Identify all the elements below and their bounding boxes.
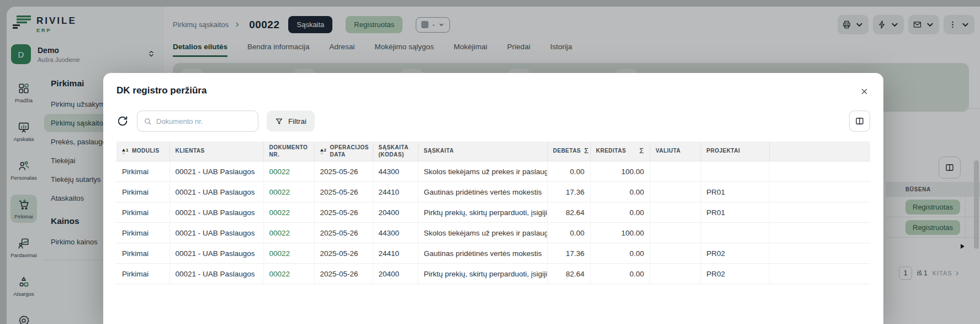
close-modal-button[interactable] xyxy=(856,83,872,100)
cell-saskaita: Skolos tiekėjams už prekes ir paslaugas xyxy=(418,223,547,243)
cell-dokumento-nr: 00022 xyxy=(263,243,314,264)
dk-register-modal: DK registro peržiūra Filtrai xyxy=(103,73,883,324)
cell-saskaita-kodas: 24410 xyxy=(373,182,418,202)
column-header-sąskaita[interactable]: SĄSKAITA xyxy=(418,142,547,161)
search-input[interactable] xyxy=(156,117,252,126)
cell-operacijos-data: 2025-05-26 xyxy=(314,161,373,182)
sum-icon[interactable]: Σ xyxy=(584,147,589,155)
cell-empty xyxy=(769,161,870,182)
column-label: KLIENTAS xyxy=(176,148,205,155)
cell-debetas: 0.00 xyxy=(547,223,590,243)
column-label: DOKUMENTO NR. xyxy=(269,144,309,158)
cell-kreditas: 100.00 xyxy=(590,161,650,182)
cell-modulis: Pirkimai xyxy=(116,243,169,264)
cell-klientas: 00021 - UAB Paslaugos xyxy=(169,264,263,284)
cell-projektai xyxy=(701,161,769,182)
cell-empty xyxy=(769,264,870,284)
cell-debetas: 82.64 xyxy=(547,264,590,284)
column-header-sąskaita-kodas-[interactable]: SĄSKAITA (KODAS) xyxy=(373,142,418,161)
document-link[interactable]: 00022 xyxy=(269,188,290,196)
cell-saskaita: Gautinas pridėtinės vertės mokestis xyxy=(418,182,547,202)
column-header-valiuta[interactable]: VALIUTA xyxy=(650,142,701,161)
document-search-field[interactable] xyxy=(137,111,258,132)
cell-dokumento-nr: 00022 xyxy=(263,182,314,202)
column-header-debetas[interactable]: DEBETASΣ xyxy=(547,142,590,161)
modal-toolbar: Filtrai xyxy=(116,111,870,132)
cell-dokumento-nr: 00022 xyxy=(263,223,314,243)
cell-kreditas: 0.00 xyxy=(590,202,650,223)
sort-indicator-icon[interactable]: 2 xyxy=(320,148,327,155)
column-label: KREDITAS xyxy=(596,148,626,155)
column-label: PROJEKTAI xyxy=(707,148,740,155)
modal-column-settings-button[interactable] xyxy=(849,111,870,132)
cell-modulis: Pirkimai xyxy=(116,161,169,182)
cell-saskaita-kodas: 24410 xyxy=(373,243,418,264)
filters-label: Filtrai xyxy=(288,117,306,126)
filters-button[interactable]: Filtrai xyxy=(267,111,315,132)
table-row: Pirkimai00021 - UAB Paslaugos000222025-0… xyxy=(116,182,870,202)
cell-klientas: 00021 - UAB Paslaugos xyxy=(169,243,263,264)
column-header-klientas[interactable]: KLIENTAS xyxy=(169,142,263,161)
cell-empty xyxy=(769,182,870,202)
cell-projektai: PR02 xyxy=(701,243,769,264)
document-link[interactable]: 00022 xyxy=(269,168,290,176)
document-link[interactable]: 00022 xyxy=(269,249,290,258)
cell-debetas: 0.00 xyxy=(547,161,590,182)
column-header-projektai[interactable]: PROJEKTAI xyxy=(701,142,769,161)
modal-title: DK registro peržiūra xyxy=(116,85,870,96)
cell-kreditas: 0.00 xyxy=(590,264,650,284)
document-link[interactable]: 00022 xyxy=(269,270,290,278)
cell-debetas: 17.36 xyxy=(547,182,590,202)
cell-projektai: PR02 xyxy=(701,264,769,284)
cell-valiuta xyxy=(650,243,701,264)
column-header-kreditas[interactable]: KREDITASΣ xyxy=(590,142,650,161)
cell-kreditas: 0.00 xyxy=(590,182,650,202)
funnel-icon xyxy=(275,117,283,126)
column-label: VALIUTA xyxy=(656,148,681,155)
cell-empty xyxy=(769,202,870,223)
cell-klientas: 00021 - UAB Paslaugos xyxy=(169,223,263,243)
cell-modulis: Pirkimai xyxy=(116,202,169,223)
cell-saskaita: Pirktų prekių, skirtų perparduoti, įsigi… xyxy=(418,202,547,223)
cell-operacijos-data: 2025-05-26 xyxy=(314,202,373,223)
cell-saskaita-kodas: 20400 xyxy=(373,264,418,284)
cell-valiuta xyxy=(650,161,701,182)
cell-kreditas: 100.00 xyxy=(590,223,650,243)
cell-valiuta xyxy=(650,202,701,223)
columns-icon xyxy=(855,116,865,126)
table-row: Pirkimai00021 - UAB Paslaugos000222025-0… xyxy=(116,264,870,284)
document-link[interactable]: 00022 xyxy=(269,229,290,237)
cell-klientas: 00021 - UAB Paslaugos xyxy=(169,161,263,182)
cell-modulis: Pirkimai xyxy=(116,182,169,202)
table-row: Pirkimai00021 - UAB Paslaugos000222025-0… xyxy=(116,223,870,243)
column-label: SĄSKAITA (KODAS) xyxy=(379,144,412,158)
cell-saskaita: Gautinas pridėtinės vertės mokestis xyxy=(418,243,547,264)
document-link[interactable]: 00022 xyxy=(269,208,290,217)
column-header-modulis[interactable]: 1MODULIS xyxy=(116,142,169,161)
cell-valiuta xyxy=(650,223,701,243)
cell-saskaita-kodas: 44300 xyxy=(373,161,418,182)
column-header-empty xyxy=(769,142,870,161)
cell-operacijos-data: 2025-05-26 xyxy=(314,223,373,243)
table-row: Pirkimai00021 - UAB Paslaugos000222025-0… xyxy=(116,161,870,182)
column-label: MODULIS xyxy=(132,148,160,155)
cell-saskaita: Skolos tiekėjams už prekes ir paslaugas xyxy=(418,161,547,182)
column-header-operacijos-data[interactable]: 2OPERACIJOS DATA xyxy=(314,142,373,161)
close-icon xyxy=(860,87,868,96)
table-row: Pirkimai00021 - UAB Paslaugos000222025-0… xyxy=(116,243,870,264)
cell-projektai xyxy=(701,223,769,243)
column-header-dokumento-nr-[interactable]: DOKUMENTO NR. xyxy=(263,142,314,161)
sort-indicator-icon[interactable]: 1 xyxy=(122,148,129,155)
cell-kreditas: 0.00 xyxy=(590,243,650,264)
sum-icon[interactable]: Σ xyxy=(639,147,644,155)
cell-empty xyxy=(769,223,870,243)
refresh-button[interactable] xyxy=(116,115,129,127)
cell-modulis: Pirkimai xyxy=(116,264,169,284)
dk-register-table: 1MODULISKLIENTASDOKUMENTO NR.2OPERACIJOS… xyxy=(116,142,870,284)
column-label: SĄSKAITA xyxy=(424,148,454,155)
cell-modulis: Pirkimai xyxy=(116,223,169,243)
cell-operacijos-data: 2025-05-26 xyxy=(314,264,373,284)
table-row: Pirkimai00021 - UAB Paslaugos000222025-0… xyxy=(116,202,870,223)
cell-klientas: 00021 - UAB Paslaugos xyxy=(169,202,263,223)
cell-saskaita-kodas: 20400 xyxy=(373,202,418,223)
